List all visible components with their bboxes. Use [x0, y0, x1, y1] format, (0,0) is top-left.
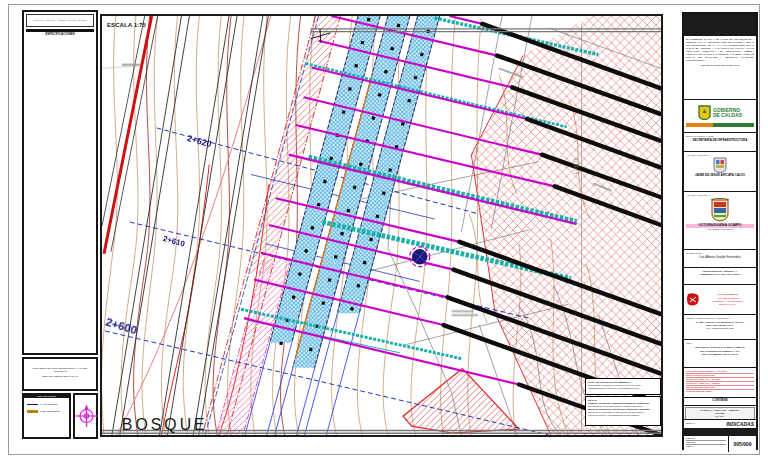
title-block-dark-bar [684, 429, 756, 436]
gobierno-shield-icon [698, 105, 711, 120]
spec-title: ESPECIFICACIONES [24, 33, 96, 37]
sheet-index-cell: LOCALIZACIÓN GENERAL Y PLANTA PERFIL EST… [684, 368, 756, 398]
station-label-2610: 2+610 [162, 234, 186, 249]
sheet-title-cell: PANTALLA ANCLADA - ABSCISA K2+600 PLANTA [684, 406, 756, 420]
alcaldia2-crest-icon [710, 198, 730, 222]
left-panel-header: PANTALLA ANCLADA - ABSCISA K2+600 - PLAN… [26, 14, 94, 27]
general-notes-text: EL PRESENTE PLANO HACE PARTE DE LOS ESTU… [686, 38, 754, 62]
designer-cell: DISEÑÓ - ESTRUCTURAS Y GEOTECNIA IC. Mg.… [684, 315, 756, 340]
site-plan-canvas: ESCALA 1:75 2+620 2+610 2+600 BOSQUE E=1… [102, 16, 661, 435]
ut-logo-icon [686, 292, 700, 308]
general-notes-cell: EL PRESENTE PLANO HACE PARTE DE LOS ESTU… [684, 36, 756, 100]
area-label-bosque: BOSQUE [122, 416, 208, 433]
sheet-title-line: PLANTA [686, 415, 754, 418]
alcaldia1-name: JAIME DE JESÚS ARICAPA CALVO [686, 174, 754, 178]
gobierno-line2: DE CALDAS [713, 113, 742, 118]
note2-line: reales del terreno y aprobados por la in… [588, 414, 658, 417]
alcaldia2-label: ALCALDÍA MUNICIPAL [686, 194, 754, 197]
alcaldia1-crest-icon [713, 157, 727, 173]
designer-label: DISEÑÓ - ESTRUCTURAS Y GEOTECNIA [686, 317, 754, 320]
drawing-note-box-1: ZONA DE PROTECCIÓN AMBIENTAL El contrati… [585, 378, 661, 395]
note1-line: abscisas antes de dar inicio a los traba… [588, 387, 658, 390]
obra-cell: OBRA ESTABILIZACIÓN DE TALUDES Y OBRAS D… [684, 340, 756, 368]
scale-label: ESCALA 1:75 [107, 21, 147, 28]
contiene-label: CONTIENE [684, 398, 756, 403]
ut-name-line: ESPECIALIZADA [702, 303, 754, 306]
specifications-panel: PANTALLA ANCLADA - ABSCISA K2+600 - PLAN… [22, 10, 98, 355]
interventoria-cell: INTERVENTORÍA TÉCNICA Y ADMINISTRATIVA D… [684, 268, 756, 285]
obra-line: DEPARTAMENTO DE CALDAS [686, 353, 754, 356]
legend-box: CONVENCIONES VÍA EXISTENTE LÍNEA DE DISE… [22, 393, 71, 439]
gobierno-banner [686, 123, 754, 127]
via-line-swatch [27, 404, 38, 406]
escala-label: ESCALA [686, 422, 696, 425]
signature-row: DIBUJÓ: REVISÓ: FECHA: 005/009 [684, 436, 756, 452]
supervision-cell: SUPERVISIÓN Luis Alberto Giraldo Fernánd… [684, 250, 756, 268]
contiene-cell: CONTIENE [684, 398, 756, 406]
legend-item-label: LÍNEA DE DISEÑO [40, 410, 60, 413]
obra-label: OBRA [686, 342, 754, 345]
station-label-2620: 2+620 [186, 133, 213, 149]
north-compass-icon [75, 395, 98, 437]
project-line2: DEPARTAMENTO DE CALDAS [24, 374, 96, 378]
legend-item-via: VÍA EXISTENTE [27, 403, 67, 406]
road-edge-line [104, 16, 152, 254]
borehole-symbol [410, 247, 430, 267]
project-line1: PROYECTO DE INFRAESTRUCTURA VIAL DEL MUN… [24, 359, 96, 374]
scale-cell: ESCALA INDICADAS [684, 420, 756, 429]
legend-title: CONVENCIONES [24, 395, 69, 398]
gobierno-caldas-cell: GOBIERNO DE CALDAS [684, 100, 756, 133]
left-panel-title: PANTALLA ANCLADA - ABSCISA K2+600 - PLAN… [27, 15, 93, 22]
alcaldia1-cell: ALCALDÍA MUNICIPAL JAIME DE JESÚS ARICAP… [684, 152, 756, 192]
north-arrow-box [73, 393, 98, 439]
title-block: EL PRESENTE PLANO HACE PARTE DE LOS ESTU… [682, 12, 758, 450]
sheet-number: 005/009 [734, 441, 752, 447]
alcaldia2-subtitle: ALCALDESA MUNICIPAL [686, 228, 754, 231]
plan-sheet: PANTALLA ANCLADA - ABSCISA K2+600 - PLAN… [0, 0, 768, 461]
alcaldia2-cell: ALCALDÍA MUNICIPAL VICTORIA EUGENIA OCAM… [684, 192, 756, 250]
drawing-viewport: ESCALA 1:75 2+620 2+610 2+600 BOSQUE E=1… [100, 14, 663, 437]
legend-item-label: VÍA EXISTENTE [40, 403, 57, 406]
interventoria-line: ADMINISTRATIVA DEL PROYECTO [686, 273, 754, 276]
supervision-name: Luis Alberto Giraldo Fernández [686, 256, 754, 260]
escala-value: INDICADAS [726, 421, 754, 427]
title-block-top-bar [684, 14, 756, 36]
station-label-2600: 2+600 [104, 315, 138, 336]
convenio-text: CONVENIO INTERADMINISTRATIVO [686, 64, 754, 67]
drawing-note-box-2: NOTAS: Trabajos: los muros y pantallas a… [585, 396, 661, 426]
ut-consultant-cell: U.T. SEGURIDAD VIAL DE CALDAS INGENIERÍA… [684, 285, 756, 315]
legend-item-diseno: LÍNEA DE DISEÑO [27, 410, 67, 413]
supervision-label: SUPERVISIÓN [686, 252, 754, 255]
secretaria-value: SECRETARÍA DE INFRAESTRUCTURA [686, 139, 754, 143]
alcaldia1-label: ALCALDÍA MUNICIPAL [686, 154, 754, 157]
project-box: PROYECTO DE INFRAESTRUCTURA VIAL DEL MUN… [22, 357, 98, 391]
diseno-line-swatch [27, 410, 38, 413]
designer-line: M.P. 17202-000000 CLD [686, 327, 754, 330]
index-item: CANTIDADES DE OBRA [686, 390, 754, 393]
sig-row-label: FECHA: [686, 445, 726, 448]
grid-coordinate-label: E=1171 [574, 157, 579, 174]
secretaria-cell: ENTIDAD CONTRATANTE SECRETARÍA DE INFRAE… [684, 133, 756, 152]
